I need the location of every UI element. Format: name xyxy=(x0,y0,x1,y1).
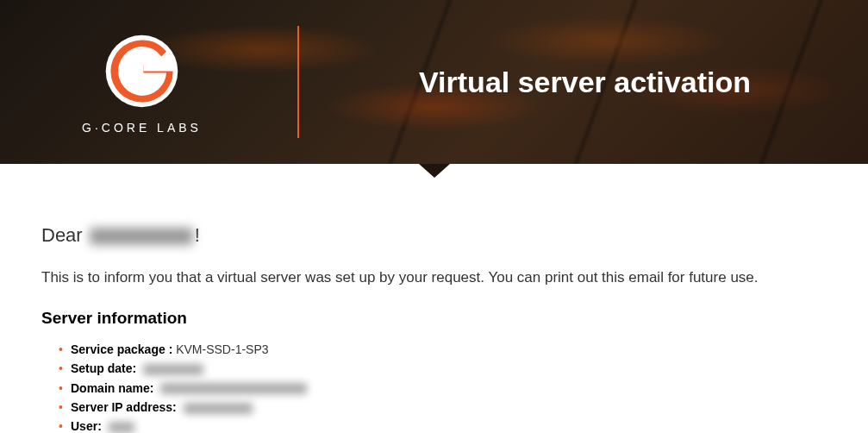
info-label: User: xyxy=(71,419,102,433)
list-item: Service package : KVM-SSD-1-SP3 xyxy=(59,340,827,359)
redacted-value xyxy=(143,364,203,375)
gcore-logo-icon xyxy=(101,30,183,112)
info-label: Domain name: xyxy=(71,381,153,395)
header-notch-icon xyxy=(419,164,450,178)
recipient-name-redacted xyxy=(90,228,193,245)
redacted-value xyxy=(160,383,307,394)
header-divider xyxy=(297,26,299,138)
brand-name: G·CORE LABS xyxy=(82,121,202,135)
greeting-suffix: ! xyxy=(195,224,200,246)
server-info-list: Service package : KVM-SSD-1-SP3Setup dat… xyxy=(41,340,827,433)
header-title-block: Virtual server activation xyxy=(336,0,834,164)
greeting-line: Dear ! xyxy=(41,224,827,247)
list-item: Domain name: xyxy=(59,379,827,398)
list-item: Setup date: xyxy=(59,359,827,378)
brand-logo-block: G·CORE LABS xyxy=(0,30,202,135)
intro-paragraph: This is to inform you that a virtual ser… xyxy=(41,267,827,288)
email-header: G·CORE LABS Virtual server activation xyxy=(0,0,868,164)
email-body: Dear ! This is to inform you that a virt… xyxy=(0,164,868,433)
server-info-heading: Server information xyxy=(41,309,827,328)
list-item: User: xyxy=(59,417,827,433)
redacted-value xyxy=(109,422,134,433)
page-title: Virtual server activation xyxy=(419,66,751,99)
list-item: Server IP address: xyxy=(59,398,827,417)
redacted-value xyxy=(184,403,253,414)
greeting-prefix: Dear xyxy=(41,224,83,246)
info-label: Server IP address: xyxy=(71,400,177,414)
info-label: Service package : xyxy=(71,342,172,356)
info-label: Setup date: xyxy=(71,361,136,375)
info-value: KVM-SSD-1-SP3 xyxy=(176,342,268,356)
